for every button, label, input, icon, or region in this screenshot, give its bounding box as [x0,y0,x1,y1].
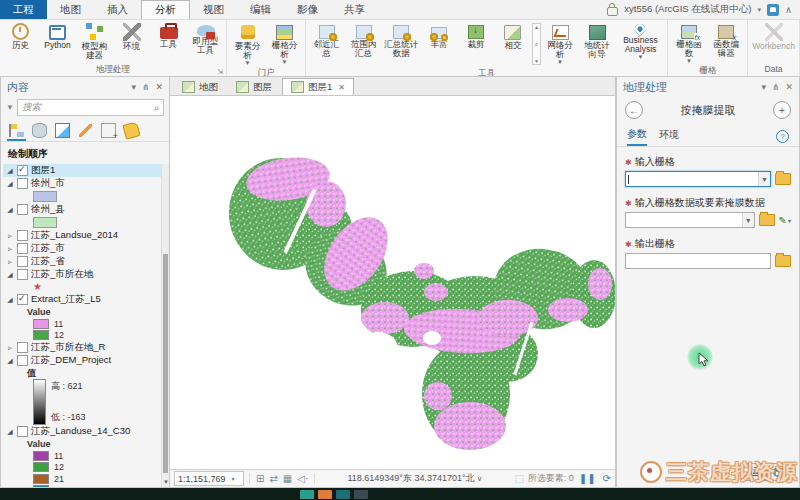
layer-row-江苏_市所在地[interactable]: ◢江苏_市所在地 [3,268,169,281]
ribbon-button-网络分析[interactable]: 网络分析▼ [542,21,579,65]
view-tab-图层1[interactable]: 图层1✕ [282,78,354,95]
tab-list-by-drawing-order[interactable] [7,121,26,141]
ribbon-button-栅格函数[interactable]: 栅格函数▼ [670,21,707,64]
ribbon-button-汇总统计数据[interactable]: 汇总统计数据 [382,21,420,58]
legend-swatch[interactable] [33,462,49,472]
ribbon-button-Business Analysis[interactable]: Business Analysis▼ [616,21,666,60]
refresh-icon[interactable]: ⟳ [603,473,611,484]
taskbar-app-icon[interactable] [318,490,332,499]
ribbon-button-范围内汇总[interactable]: 范围内汇总 [345,21,382,58]
expand-icon[interactable]: ▹ [6,245,14,253]
collapse-icon[interactable]: ◢ [6,206,14,214]
layer-row-江苏_市[interactable]: ▹江苏_市 [3,242,169,255]
layer-visibility-checkbox[interactable] [17,269,28,280]
layer-visibility-checkbox[interactable] [17,342,28,353]
pause-drawing-icon[interactable]: ❚❚ [579,473,596,484]
layer-visibility-checkbox[interactable] [17,230,28,241]
run-button[interactable]: 运行 ▶ [741,463,791,481]
browse-folder-icon[interactable] [759,214,775,226]
ribbon-tab-视图[interactable]: 视图 [190,0,237,19]
scale-selector[interactable]: 1:1,151,769 ▾ [174,471,244,486]
layer-visibility-checkbox[interactable] [17,355,28,366]
tab-list-by-data-source[interactable] [30,121,49,141]
layer-visibility-checkbox[interactable] [17,243,28,254]
ribbon-button-栅格分析[interactable]: 栅格分析▼ [266,21,303,65]
search-icon[interactable]: ⌕ [154,102,159,114]
layer-visibility-checkbox[interactable] [17,178,28,189]
close-tab-icon[interactable]: ✕ [338,83,345,92]
ribbon-tab-地图[interactable]: 地图 [47,0,94,19]
collapse-icon[interactable]: ◢ [6,296,14,304]
symbol-swatch[interactable] [33,217,57,228]
back-button[interactable]: ← [625,101,643,119]
input-mask-combobox[interactable]: ▼ [625,212,755,228]
ribbon-tab-插入[interactable]: 插入 [94,0,141,19]
tab-list-by-labeling[interactable] [122,121,141,141]
layer-row-图层1[interactable]: ◢图层1 [3,164,169,177]
collapse-icon[interactable]: ◢ [6,271,14,279]
legend-swatch[interactable] [33,330,49,340]
ribbon-button-函数编辑器[interactable]: 函数编辑器 [707,21,745,58]
search-input[interactable]: 搜索 ⌕ [17,99,164,116]
browse-folder-icon[interactable] [775,173,791,185]
windows-taskbar[interactable] [0,488,800,500]
layer-row-江苏_DEM_Project[interactable]: ◢江苏_DEM_Project [3,354,169,367]
ribbon-button-丰富[interactable]: 丰富 [420,21,457,49]
ribbon-button-Python[interactable]: Python [39,21,76,50]
coordinates-readout[interactable]: 118.6149349°东 34.3741701°北 ∨ [320,472,509,485]
account-label[interactable]: xyt556 (ArcGIS 在线试用中心) [624,3,751,16]
legend-swatch[interactable] [33,319,49,329]
sketch-pencil-icon[interactable]: ✎▾ [779,215,791,226]
collapse-icon[interactable]: ◢ [6,357,14,365]
ribbon-tab-编辑[interactable]: 编辑 [237,0,284,19]
collapse-icon[interactable]: ◢ [6,180,14,188]
layer-visibility-checkbox[interactable] [17,256,28,267]
pane-close-icon[interactable]: ✕ [155,82,163,92]
collapse-icon[interactable]: ◢ [6,428,14,436]
view-tab-地图[interactable]: 地图 [174,79,226,95]
ribbon-button-相交[interactable]: 相交 [494,21,531,50]
layer-visibility-checkbox[interactable] [17,294,28,305]
layer-row-江苏_省[interactable]: ▹江苏_省 [3,255,169,268]
view-tab-图层[interactable]: 图层 [228,79,280,95]
ribbon-button-即用型工具[interactable]: 即用型工具 [187,21,224,55]
help-icon[interactable]: ? [776,130,789,143]
tab-list-by-selection[interactable] [53,121,72,141]
ribbon-tab-工程[interactable]: 工程 [0,0,47,19]
combo-dropdown-icon[interactable]: ▼ [758,172,770,186]
ribbon-button-环境[interactable]: 环境 [113,21,150,51]
ribbon-button-地统计向导[interactable]: 地统计向导 [579,21,616,59]
taskbar-app-icon[interactable] [300,490,314,499]
star-symbol[interactable]: ★ [3,281,169,293]
layer-row-江苏_Landsue_2014[interactable]: ▹江苏_Landsue_2014 [3,229,169,242]
legend-swatch[interactable] [33,474,49,484]
layer-visibility-checkbox[interactable] [17,426,28,437]
legend-swatch[interactable] [33,451,49,461]
sound-icon[interactable]: ◁· [297,473,308,484]
expand-icon[interactable]: ▹ [6,344,14,352]
taskbar-app-icon[interactable] [354,490,368,499]
pane-close-icon[interactable]: ✕ [785,82,793,92]
account-dropdown-arrow[interactable]: ▾ [758,6,762,14]
tab-list-by-editing[interactable] [76,121,95,141]
ribbon-tab-影像[interactable]: 影像 [284,0,331,19]
expand-icon[interactable]: ▹ [6,232,14,240]
symbol-swatch[interactable] [33,191,57,202]
snapping-icon[interactable]: ⇄ [269,473,277,484]
layer-row-徐州_市[interactable]: ◢徐州_市 [3,177,169,190]
ribbon-button-邻近汇总[interactable]: 邻近汇总 [308,21,345,58]
tab-environments[interactable]: 环境 [659,128,679,145]
browse-folder-icon[interactable] [775,255,791,267]
legend-swatch[interactable] [33,485,49,487]
map-canvas[interactable] [170,96,615,469]
ribbon-tab-共享[interactable]: 共享 [331,0,378,19]
gallery-scrollbar[interactable]: ▲≡▼ [532,23,540,65]
layer-visibility-checkbox[interactable] [17,165,28,176]
layer-row-Extract_江苏_L5[interactable]: ◢Extract_江苏_L5 [3,293,169,306]
selected-features-count[interactable]: ⬚所选要素: 0 [514,472,573,485]
map-grid-icon[interactable]: ▦ [283,473,292,484]
pane-pin-icon[interactable]: ⋔ [772,82,780,92]
ribbon-button-历史[interactable]: 历史 [2,21,39,50]
layer-row-江苏_Landuse_14_C30[interactable]: ◢江苏_Landuse_14_C30 [3,425,169,438]
pane-menu-icon[interactable]: ▾ [131,82,136,92]
